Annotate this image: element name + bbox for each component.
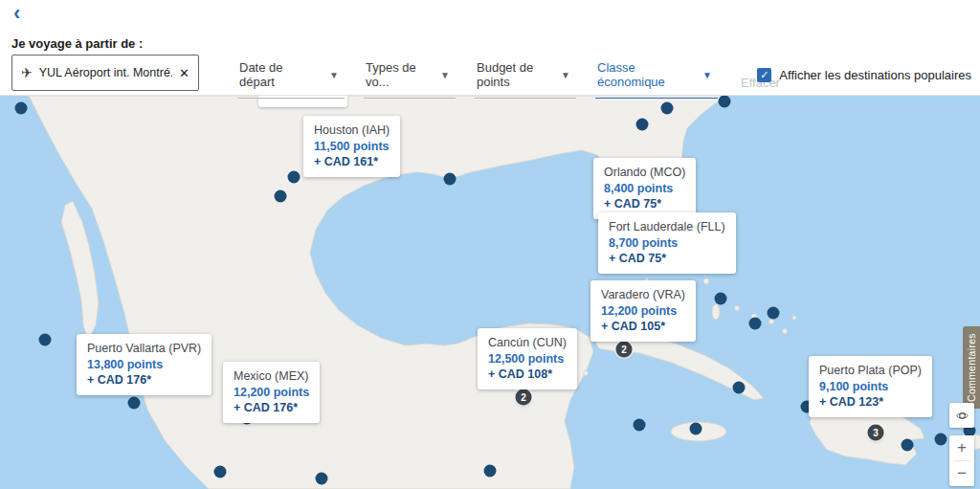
destination-price-card[interactable]: Houston (IAH)11,500 points+ CAD 161*: [303, 116, 400, 177]
back-icon[interactable]: ‹: [13, 2, 20, 25]
origin-label: Je voyage à partir de :: [11, 36, 143, 51]
destination-cash: + CAD 75*: [609, 251, 725, 267]
destination-cash: + CAD 176*: [87, 372, 201, 389]
destination-name: Mexico (MEX): [234, 368, 309, 385]
filter-bar: Date de départ ▼ Types de vo... ▼ Budget…: [237, 60, 780, 99]
airplane-icon: ✈: [21, 65, 33, 80]
clear-origin-icon[interactable]: ✕: [179, 66, 189, 80]
popular-destinations-toggle: ✓ Afficher les destinations populaires: [757, 68, 971, 82]
filter-types-voyage[interactable]: Types de vo... ▼: [364, 60, 456, 99]
map-canvas[interactable]: 223Houston (IAH)11,500 points+ CAD 161*O…: [0, 96, 980, 489]
destination-points: 8,700 points: [609, 235, 725, 252]
map-cluster-marker[interactable]: 2: [516, 389, 532, 406]
destination-cash: + CAD 108*: [488, 367, 567, 383]
destination-points: 12,200 points: [234, 385, 309, 401]
destination-name: Puerto Vallarta (PVR): [87, 341, 201, 357]
destination-cash: + CAD 123*: [819, 394, 922, 411]
map-marker-dot[interactable]: [902, 439, 914, 452]
destination-points: 8,400 points: [604, 181, 685, 197]
map-marker-dot[interactable]: [39, 334, 52, 346]
destination-name: Fort Lauderdale (FLL): [609, 219, 725, 235]
map-cluster-marker[interactable]: 2: [616, 342, 633, 358]
destination-cash: + CAD 176*: [234, 400, 309, 416]
filter-label: Classe économique: [597, 60, 689, 89]
popular-checkbox-label: Afficher les destinations populaires: [779, 68, 971, 82]
map-marker-dot[interactable]: [275, 190, 287, 203]
destination-price-card[interactable]: Cancún (CUN)12,500 points+ CAD 108*: [478, 328, 577, 389]
imagery-button[interactable]: [949, 403, 974, 428]
map-marker-dot[interactable]: [733, 382, 746, 394]
map-marker-dot[interactable]: [288, 171, 301, 184]
map-marker-dot[interactable]: [316, 473, 328, 485]
destination-price-card[interactable]: Puerto Vallarta (PVR)13,800 points+ CAD …: [77, 334, 212, 395]
filter-label: Types de vo...: [366, 60, 427, 89]
popular-checkbox[interactable]: ✓: [757, 68, 771, 82]
filter-label: Date de départ: [239, 60, 316, 89]
destination-price-card[interactable]: Orlando (MCO)8,400 points+ CAD 75*: [593, 158, 696, 219]
destination-name: Puerto Plata (POP): [819, 363, 922, 379]
chevron-down-icon: ▼: [440, 70, 450, 80]
zoom-in-button[interactable]: +: [949, 435, 974, 460]
map-cluster-marker[interactable]: 3: [868, 425, 884, 441]
filter-budget-points[interactable]: Budget de points ▼: [475, 60, 576, 99]
destination-name: Cancún (CUN): [488, 335, 567, 351]
map-marker-dot[interactable]: [935, 433, 947, 446]
map-marker-dot[interactable]: [214, 466, 227, 478]
marker-layer: 223Houston (IAH)11,500 points+ CAD 161*O…: [0, 96, 980, 489]
map-marker-dot[interactable]: [690, 423, 702, 435]
destination-cash: + CAD 161*: [314, 154, 390, 170]
destination-name: Varadero (VRA): [601, 287, 685, 303]
filter-label: Budget de points: [477, 60, 547, 89]
map-marker-dot[interactable]: [15, 102, 28, 115]
map-marker-dot[interactable]: [444, 173, 457, 186]
destination-cash: + CAD 75*: [604, 196, 685, 212]
photosphere-icon: [955, 409, 969, 423]
destination-points: 9,100 points: [819, 379, 922, 395]
destination-price-card[interactable]: Mexico (MEX)12,200 points+ CAD 176*: [223, 362, 320, 423]
header: ‹ Je voyage à partir de : ✈ ✕ Date de dé…: [0, 0, 980, 96]
map-marker-dot[interactable]: [768, 307, 780, 320]
feedback-tab[interactable]: Commentaires: [963, 326, 980, 409]
chevron-down-icon: ▼: [329, 70, 339, 80]
destination-name: Orlando (MCO): [604, 165, 685, 181]
destination-name: Houston (IAH): [314, 122, 390, 139]
destination-price-card[interactable]: Fort Lauderdale (FLL)8,700 points+ CAD 7…: [598, 212, 736, 274]
destination-points: 13,800 points: [87, 357, 201, 373]
origin-airport-field[interactable]: ✈ ✕: [11, 55, 199, 91]
map-marker-dot[interactable]: [715, 293, 727, 305]
chevron-down-icon: ▼: [561, 70, 570, 80]
chevron-down-icon: ▼: [702, 70, 712, 80]
destination-price-card[interactable]: Varadero (VRA)12,200 points+ CAD 105*: [590, 280, 696, 342]
destination-cash: + CAD 105*: [601, 319, 685, 335]
destination-points: 12,500 points: [488, 351, 567, 367]
filter-classe-economique[interactable]: Classe économique ▼: [595, 60, 718, 99]
destination-points: 12,200 points: [601, 303, 685, 320]
origin-input[interactable]: [39, 66, 172, 79]
map-marker-dot[interactable]: [484, 465, 497, 478]
map-marker-dot[interactable]: [128, 397, 141, 410]
filter-date-depart[interactable]: Date de départ ▼: [237, 60, 345, 99]
destination-points: 11,500 points: [314, 139, 390, 155]
map-marker-dot[interactable]: [636, 119, 649, 131]
map-marker-dot[interactable]: [749, 318, 762, 330]
map-marker-dot[interactable]: [634, 419, 646, 432]
map-marker-dot[interactable]: [661, 102, 674, 115]
zoom-out-button[interactable]: −: [949, 461, 974, 486]
zoom-control: + −: [949, 435, 974, 486]
destination-price-card[interactable]: Puerto Plata (POP)9,100 points+ CAD 123*: [809, 356, 932, 417]
